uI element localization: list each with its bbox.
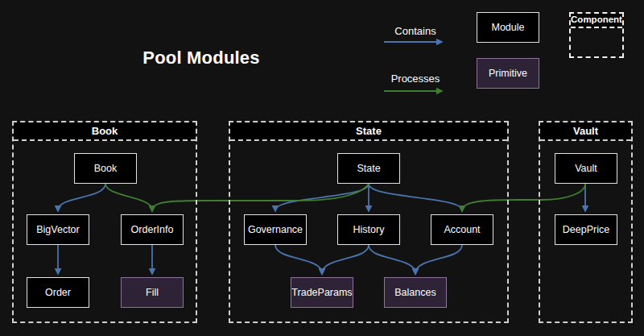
node-deepprice: DeepPrice: [555, 214, 617, 245]
node-governance-label: Governance: [248, 224, 303, 235]
page-title: Pool Modules: [121, 48, 282, 68]
node-account-label: Account: [444, 224, 480, 235]
legend-component-swatch: Component: [569, 12, 624, 58]
container-vault-title: Vault: [540, 122, 631, 141]
legend-contains-label: Contains: [384, 25, 447, 37]
legend-primitive-label: Primitive: [489, 68, 527, 79]
node-tradeparams: TradeParams: [291, 277, 353, 308]
node-balances-label: Balances: [394, 287, 436, 298]
node-book: Book: [74, 153, 137, 184]
node-book-label: Book: [94, 163, 118, 174]
node-vault-label: Vault: [575, 163, 597, 174]
legend-processes-label: Processes: [384, 73, 447, 85]
container-state-title: State: [230, 122, 507, 141]
node-state-label: State: [357, 163, 380, 174]
legend-module-label: Module: [492, 22, 525, 33]
node-history-label: History: [353, 224, 385, 235]
node-governance: Governance: [244, 214, 307, 245]
node-order-label: Order: [45, 287, 71, 298]
node-deepprice-label: DeepPrice: [563, 224, 609, 235]
node-fill: Fill: [121, 277, 184, 308]
node-bigvector-label: BigVector: [36, 224, 80, 235]
container-book-title: Book: [14, 122, 196, 141]
legend-primitive-swatch: Primitive: [477, 58, 539, 89]
node-bigvector: BigVector: [27, 214, 89, 245]
node-tradeparams-label: TradeParams: [291, 287, 352, 298]
node-order: Order: [27, 277, 89, 308]
node-history: History: [337, 214, 400, 245]
node-balances: Balances: [384, 277, 447, 308]
node-vault: Vault: [555, 153, 617, 184]
node-state: State: [337, 153, 400, 184]
pool-modules-diagram: Pool Modules Contains Processes Module P…: [0, 0, 644, 336]
node-account: Account: [431, 214, 493, 245]
node-fill-label: Fill: [146, 287, 159, 298]
node-orderinfo-label: OrderInfo: [131, 224, 174, 235]
legend-module-swatch: Module: [477, 12, 539, 43]
legend-component-label: Component: [571, 14, 622, 28]
node-orderinfo: OrderInfo: [121, 214, 184, 245]
